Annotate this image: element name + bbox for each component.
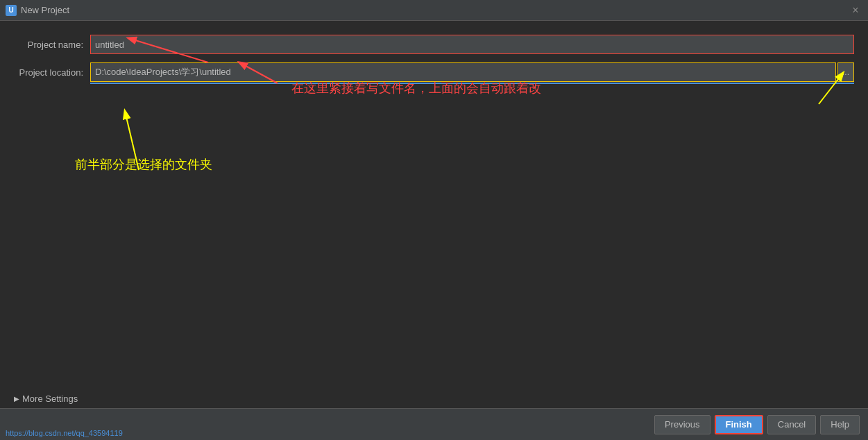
- project-name-label: Project name:: [14, 40, 90, 50]
- more-settings[interactable]: ▶ More Settings: [14, 394, 78, 404]
- more-settings-label: More Settings: [22, 394, 78, 404]
- project-location-row: Project location: ...: [14, 62, 854, 82]
- svg-line-2: [125, 111, 139, 170]
- more-settings-arrow: ▶: [14, 395, 19, 403]
- close-button[interactable]: ×: [849, 3, 862, 17]
- project-location-input[interactable]: [90, 62, 836, 82]
- finish-button[interactable]: Finish: [715, 415, 763, 434]
- app-icon: U: [6, 5, 17, 16]
- project-name-row: Project name:: [14, 35, 854, 54]
- blue-underline: [90, 83, 854, 84]
- url-text: https://blog.csdn.net/qq_43594119: [0, 426, 128, 440]
- project-name-input[interactable]: [90, 35, 854, 54]
- help-button[interactable]: Help: [820, 415, 860, 434]
- dialog-title: New Project: [21, 5, 69, 15]
- bottom-bar: https://blog.csdn.net/qq_43594119 Previo…: [0, 408, 868, 440]
- previous-button[interactable]: Previous: [654, 415, 710, 434]
- title-bar: U New Project ×: [0, 0, 868, 21]
- cancel-button[interactable]: Cancel: [767, 415, 816, 434]
- annotation-text-2: 前半部分是选择的文件夹: [75, 156, 212, 173]
- project-location-label: Project location:: [14, 67, 90, 78]
- dialog-body: Project name: Project location: ...: [0, 21, 868, 84]
- browse-button[interactable]: ...: [837, 62, 854, 82]
